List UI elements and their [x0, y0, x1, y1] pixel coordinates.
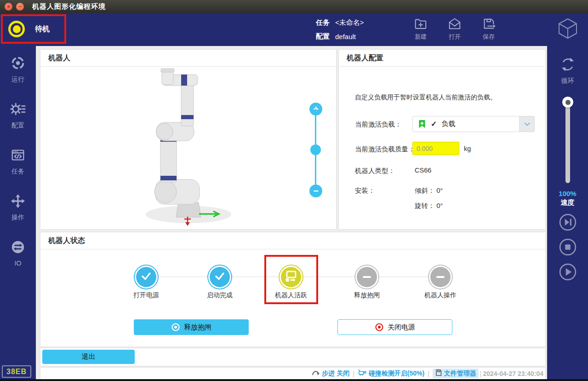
speed-slider-track[interactable]	[565, 100, 570, 183]
window-minimize-button[interactable]: −	[16, 3, 24, 11]
load-mass-unit: kg	[464, 145, 471, 152]
new-task-button[interactable]: 新建	[404, 14, 438, 44]
dash-icon	[436, 276, 445, 278]
sidebar-item-task[interactable]: 任务	[0, 147, 36, 176]
save-task-icon	[482, 17, 496, 31]
cube-logo-icon	[557, 17, 579, 41]
mount-rotation-value: 旋转： 0°	[415, 202, 443, 210]
left-sidebar: 运行 配置	[0, 46, 36, 381]
loop-icon	[559, 56, 576, 75]
payload-description: 自定义负载用于暂时设置机器人当前激活的负载。	[355, 93, 535, 102]
bookmark-icon	[418, 119, 426, 129]
step-startup-done-label: 启动完成	[188, 291, 252, 300]
config-label: 配置	[316, 32, 330, 41]
collision-detection-toggle[interactable]: 碰撞检测开启(50%)	[358, 369, 424, 378]
window-close-button[interactable]: ×	[5, 3, 12, 11]
power-off-button[interactable]: 关闭电源	[337, 319, 452, 335]
robot-arm-graphic	[40, 67, 336, 229]
statusbar-separator: |	[428, 370, 429, 377]
step-release-brake-label: 释放抱闸	[335, 291, 399, 300]
zoom-out-button[interactable]: −	[309, 185, 322, 197]
load-mass-input[interactable]	[412, 142, 459, 155]
robot-programming-app: × − 机器人图形化编程环境 待机 任务 <未命名> 配置 default	[0, 0, 588, 381]
collision-detection-icon	[358, 369, 369, 378]
stop-button[interactable]	[559, 238, 577, 256]
loop-label: 循环	[561, 77, 574, 85]
mount-label: 安装：	[355, 186, 375, 195]
active-load-label: 当前激活负载：	[355, 120, 402, 129]
standby-status-indicator[interactable]: 待机	[1, 14, 66, 44]
load-mass-label: 当前激活负载质量：	[355, 145, 415, 154]
robot-3d-view[interactable]	[40, 67, 336, 229]
step-startup-done-indicator	[210, 267, 230, 287]
check-icon: ✓	[431, 120, 437, 128]
status-badge: 38EB	[2, 365, 31, 378]
right-sidebar: 循环 100% 速度	[547, 46, 588, 381]
power-circle-icon	[375, 323, 384, 332]
sidebar-item-config-label: 配置	[11, 121, 24, 130]
speed-percent: 100%	[547, 190, 588, 197]
window-bottom-edge	[0, 379, 588, 381]
active-load-dropdown[interactable]: ✓ 负载	[412, 116, 535, 132]
config-panel-title: 机器人配置	[347, 53, 383, 63]
sidebar-item-run[interactable]: 运行	[0, 55, 36, 84]
step-power-on-label: 打开电源	[114, 291, 178, 300]
task-label: 任务	[316, 18, 330, 27]
step-mode-icon	[312, 369, 322, 378]
speed-slider-knob[interactable]	[562, 97, 573, 108]
task-config-summary: 任务 <未命名> 配置 default	[316, 16, 364, 43]
config-panel-header: 机器人配置	[339, 50, 545, 67]
robot-panel: 机器人	[40, 50, 336, 229]
step-power-on-indicator	[136, 267, 156, 287]
exit-button[interactable]: 退出	[42, 350, 135, 364]
sidebar-item-operate-label: 操作	[11, 214, 24, 222]
play-button[interactable]	[559, 263, 577, 281]
sidebar-item-io-label: IO	[15, 260, 22, 267]
step-release-brake-indicator	[357, 267, 377, 287]
sidebar-item-operate[interactable]: 操作	[0, 193, 36, 222]
top-navbar: 待机 任务 <未命名> 配置 default 新建	[0, 13, 588, 46]
release-brake-button[interactable]: 释放抱闸	[134, 319, 249, 335]
brand-logo	[547, 13, 588, 46]
dash-icon	[363, 276, 371, 278]
status-panel-header: 机器人状态	[40, 232, 545, 249]
step-robot-operate-indicator	[430, 267, 451, 287]
open-task-button[interactable]: 打开	[438, 14, 472, 44]
move-icon	[10, 193, 26, 211]
clock-text: 2024-04-27 23:40:04	[483, 370, 543, 377]
step-mode-toggle[interactable]: 步进 关闭	[312, 369, 349, 378]
step-forward-button[interactable]	[559, 214, 577, 231]
bottom-statusbar: 步进 关闭 | 碰撞检测开启(50%) |	[40, 368, 545, 379]
loop-toggle[interactable]: 循环	[547, 56, 588, 85]
check-icon	[214, 270, 226, 284]
robot-type-value: CS66	[415, 167, 431, 174]
standby-icon	[8, 21, 25, 37]
check-icon	[140, 270, 152, 284]
power-off-button-label: 关闭电源	[388, 323, 415, 332]
save-task-button[interactable]: 保存	[472, 14, 506, 44]
io-icon	[10, 239, 26, 257]
task-code-icon	[10, 147, 26, 165]
step-robot-operate-label: 机器人操作	[408, 291, 473, 300]
robot-type-label: 机器人类型：	[355, 167, 395, 175]
new-task-label: 新建	[415, 33, 427, 41]
active-load-value: 负载	[441, 120, 519, 128]
file-manager-icon	[435, 369, 444, 378]
new-task-icon	[414, 17, 428, 31]
config-value: default	[335, 33, 356, 40]
zoom-slider-knob[interactable]	[310, 144, 321, 155]
sidebar-item-config[interactable]: 配置	[0, 101, 36, 130]
settings-icon	[10, 101, 26, 119]
sidebar-item-run-label: 运行	[11, 75, 24, 84]
step-robot-active-indicator	[281, 267, 301, 287]
sidebar-item-io[interactable]: IO	[0, 239, 36, 267]
window-titlebar: × − 机器人图形化编程环境	[0, 0, 588, 13]
exit-row: 退出	[40, 348, 545, 366]
file-manager-link[interactable]: 文件管理器	[433, 369, 479, 378]
run-icon	[10, 55, 26, 73]
step-robot-active-label: 机器人活跃	[259, 291, 323, 300]
statusbar-separator: |	[353, 370, 354, 377]
open-task-icon	[448, 17, 462, 31]
chevron-down-icon[interactable]	[519, 116, 534, 132]
window-title: 机器人图形化编程环境	[32, 2, 106, 11]
